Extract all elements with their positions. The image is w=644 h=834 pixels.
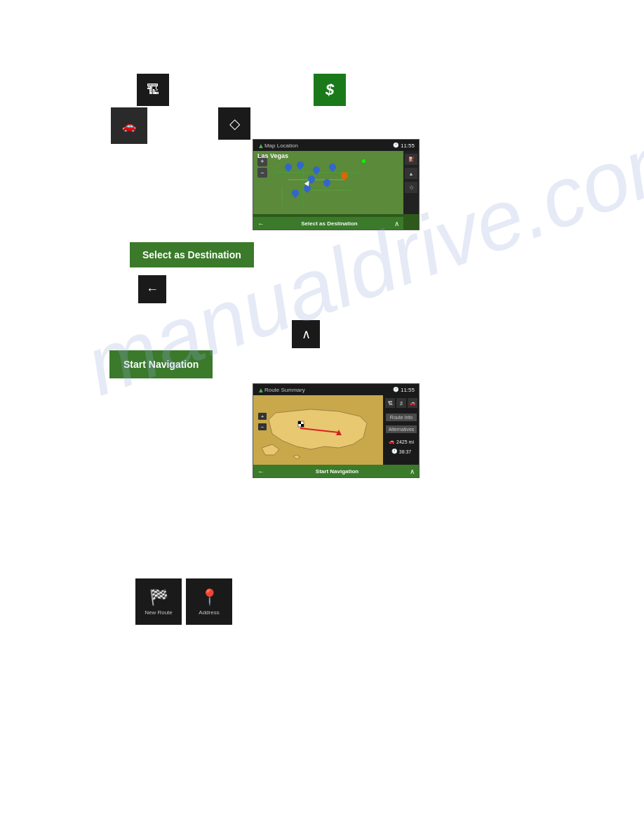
address-icon: 📍 [200, 588, 219, 607]
new-route-icon: 🏁 [149, 588, 168, 607]
start-navigation-button[interactable]: Start Navigation [109, 350, 213, 378]
map-back-arrow-icon: ← [257, 220, 264, 227]
map-sidebar-nav-btn[interactable]: ▲ [405, 168, 417, 179]
distance-icon: 🚗 [389, 439, 395, 444]
map-select-destination-text: Select as Destination [301, 220, 357, 227]
back-arrow-icon: ← [146, 282, 159, 297]
chevron-up-button[interactable]: ∧ [292, 320, 320, 348]
vehicle-icon-btn[interactable]: 🚗 [111, 107, 147, 144]
map-header-arrow-icon: ▲ [257, 142, 264, 150]
svg-rect-3 [301, 424, 304, 427]
map2-toll-icon[interactable]: $ [396, 398, 406, 408]
diamond-icon: ◇ [229, 115, 240, 132]
usa-map-svg: + − [255, 399, 381, 469]
map-zoom-controls: + − [257, 157, 267, 178]
diamond-icon-btn[interactable]: ◇ [218, 107, 250, 140]
map-bottom-bar[interactable]: ← Select as Destination ∧ [253, 217, 403, 230]
route-summary-screenshot: ▲ Route Summary 🕐 11:55 [253, 383, 420, 478]
map2-header-arrow-icon: ▲ [257, 386, 264, 394]
map2-route-info-btn[interactable]: Route Info [386, 413, 417, 421]
map2-car-icon[interactable]: 🚗 [408, 398, 417, 408]
map-green-dot [362, 159, 365, 163]
chevron-up-icon: ∧ [302, 326, 311, 342]
map2-distance: 2425 mi [396, 439, 414, 444]
svg-rect-2 [298, 421, 301, 424]
map2-bottom-bar[interactable]: ← Start Navigation ∧ [253, 465, 419, 477]
bridge-icon: 🏗 [147, 83, 159, 98]
car-icon: 🚗 [122, 119, 136, 133]
svg-text:+: + [261, 413, 264, 420]
zoom-out-btn[interactable]: − [257, 168, 267, 178]
address-label: Address [199, 609, 219, 616]
map-sidebar: ⛽ ▲ ◇ [403, 151, 419, 214]
back-arrow-button[interactable]: ← [138, 275, 166, 303]
map-location-screenshot: ▲ Map Location 🕐 11:55 Las Vegas ▲ + − [253, 139, 420, 230]
map-city-label: Las Vegas [257, 152, 288, 159]
map2-header-title: Route Summary [264, 387, 305, 393]
toll-icon-btn[interactable]: $ [314, 74, 346, 106]
map-header-title: Map Location [264, 143, 298, 149]
poi-icon-btn[interactable]: 🏗 [137, 74, 169, 106]
toll-icon: $ [326, 81, 334, 99]
map2-header-time: 11:55 [401, 387, 415, 393]
new-route-label: New Route [145, 609, 173, 616]
map-bottom-chevron-icon: ∧ [394, 220, 399, 227]
new-route-button[interactable]: 🏁 New Route [135, 578, 182, 625]
map2-bottom-chevron-icon: ∧ [410, 468, 415, 475]
map2-road-icon[interactable]: 🏗 [385, 398, 395, 408]
map-header-time: 11:55 [401, 143, 415, 149]
clock-icon: 🕐 [391, 449, 398, 454]
select-destination-button[interactable]: Select as Destination [130, 242, 254, 267]
map-sidebar-poi-btn[interactable]: ⛽ [405, 154, 417, 165]
address-button[interactable]: 📍 Address [186, 578, 232, 625]
map2-time-est: 38:37 [399, 449, 412, 454]
map2-back-arrow-icon: ← [257, 468, 264, 475]
map2-alternatives-btn[interactable]: Alternatives [386, 425, 417, 433]
bottom-action-buttons: 🏁 New Route 📍 Address [135, 578, 232, 625]
svg-text:−: − [261, 424, 264, 430]
map2-start-nav-text: Start Navigation [316, 468, 358, 475]
map-sidebar-diamond-btn[interactable]: ◇ [405, 182, 417, 193]
